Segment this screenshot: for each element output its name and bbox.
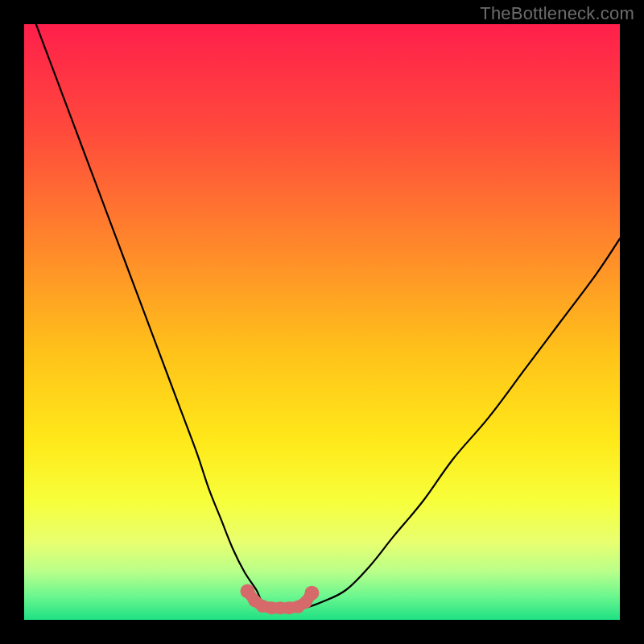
plot-area [24,24,620,620]
bottom-region-markers [241,584,320,614]
bottleneck-curve [36,24,620,609]
chart-stage: TheBottleneck.com [0,0,644,644]
bottom-region-dot [304,586,319,601]
watermark-text: TheBottleneck.com [480,3,634,24]
curve-layer [24,24,620,620]
